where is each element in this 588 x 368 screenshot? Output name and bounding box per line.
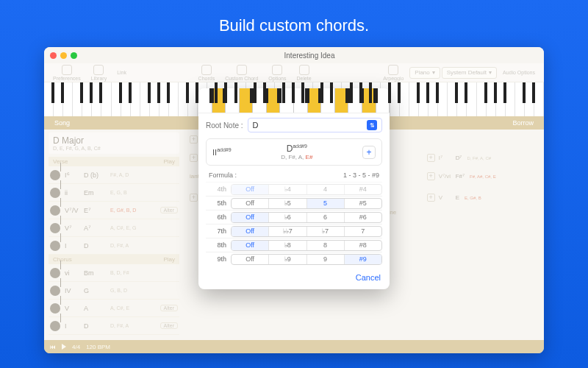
custom-chord-modal: Root Note : D ⇅ IIadd#9Iadd#9 Dadd#9 D, … [198,88,390,289]
degree-row: 6thOff♭66#6 [206,210,382,224]
degree-label: 8th [206,241,231,249]
chord-roman: IIadd#9Iadd#9 [212,147,232,157]
degree-option[interactable]: ♭♭7 [269,227,306,236]
close-icon[interactable] [50,52,57,59]
degree-option[interactable]: 5 [307,199,345,208]
formula-row: Formula : 1 - 3 - 5 - #9 [198,170,390,182]
degree-option[interactable]: ♭8 [269,241,306,250]
degree-option[interactable]: ♭4 [269,185,306,194]
degree-option[interactable]: Off [232,199,269,208]
degree-option[interactable]: 4 [307,185,345,194]
degree-option[interactable]: ♭6 [269,213,306,222]
chevron-updown-icon: ⇅ [367,120,377,130]
chord-name: Dadd#9 [239,144,355,154]
degree-segmented[interactable]: Off♭99#9 [231,254,382,265]
hero-title: Build custom chords. [0,0,588,47]
degree-option[interactable]: 7 [345,227,381,236]
titlebar: Interesting Idea [44,47,544,63]
degree-option[interactable]: #6 [345,213,381,222]
degree-row: 7thOff♭♭7♭77 [206,224,382,238]
zoom-icon[interactable] [71,52,77,59]
degree-option[interactable]: 6 [307,213,345,222]
degree-segmented[interactable]: Off♭44#4 [231,184,382,195]
degree-option[interactable]: Off [232,213,269,222]
degree-option[interactable]: ♭9 [269,255,306,264]
degree-option[interactable]: #5 [345,199,381,208]
cancel-button[interactable]: Cancel [356,273,381,282]
degree-option[interactable]: #9 [345,255,381,264]
formula-value: 1 - 3 - 5 - #9 [343,171,379,179]
degree-option[interactable]: #4 [345,185,381,194]
chord-preview: IIadd#9Iadd#9 Dadd#9 D, F#, A, E# + [206,138,382,166]
degree-segmented[interactable]: Off♭55#5 [231,198,382,209]
add-chord-button[interactable]: + [362,146,376,159]
degree-row: 9thOff♭99#9 [206,252,382,266]
degree-option[interactable]: Off [232,185,269,194]
degree-option[interactable]: #8 [345,241,381,250]
formula-label: Formula : [209,171,237,179]
root-note-value: D [253,121,259,130]
degree-segmented[interactable]: Off♭♭7♭77 [231,226,382,237]
degree-option[interactable]: Off [232,255,269,264]
degree-row: 4thOff♭44#4 [206,182,382,196]
degree-option[interactable]: ♭5 [269,199,306,208]
degree-segmented[interactable]: Off♭88#8 [231,240,382,251]
degree-option[interactable]: 9 [307,255,345,264]
app-window: Interesting Idea Preferences Library Lin… [44,47,544,353]
degree-row: 8thOff♭88#8 [206,238,382,252]
degree-label: 5th [206,199,231,207]
root-note-field: Root Note : D ⇅ [198,113,390,137]
degree-label: 4th [206,185,231,193]
root-note-label: Root Note : [206,121,243,130]
degree-segmented[interactable]: Off♭66#6 [231,212,382,223]
window-title: Interesting Idea [81,52,538,60]
degree-option[interactable]: ♭7 [307,227,345,236]
root-note-select[interactable]: D ⇅ [248,118,382,132]
chord-notes: D, F#, A, E# [239,154,355,160]
degree-row: 5thOff♭55#5 [206,196,382,210]
minimize-icon[interactable] [60,52,67,59]
degree-label: 6th [206,213,231,221]
degree-option[interactable]: Off [232,227,269,236]
degree-table: 4thOff♭44#45thOff♭55#56thOff♭66#67thOff♭… [198,182,390,269]
degree-option[interactable]: Off [232,241,269,250]
degree-label: 7th [206,227,231,235]
degree-label: 9th [206,255,231,263]
degree-option[interactable]: 8 [307,241,345,250]
